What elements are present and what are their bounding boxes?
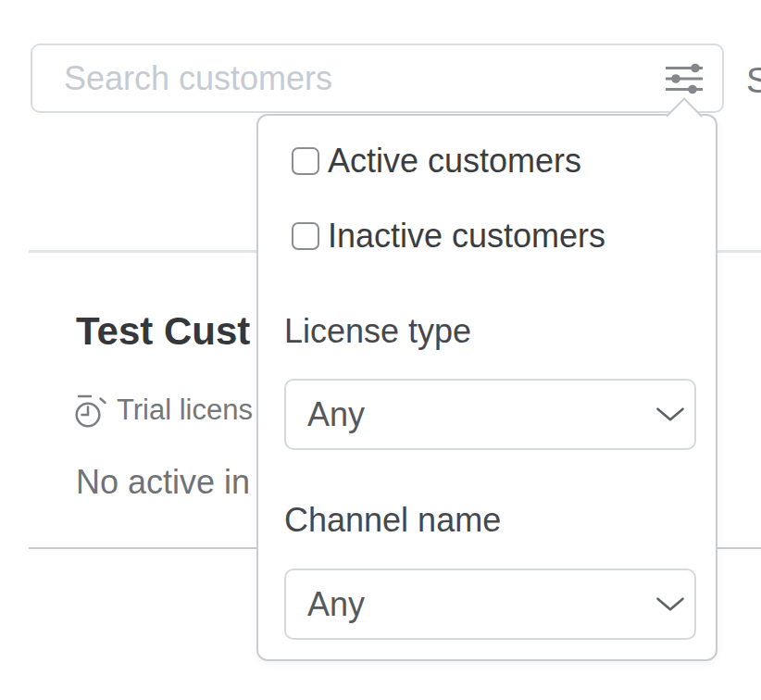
trial-license-badge: Trial licens [73,393,253,428]
customer-name-heading: Test Cust [76,309,250,354]
channel-name-select[interactable]: Any [284,569,696,640]
license-type-select[interactable]: Any [284,379,696,450]
chevron-down-icon [655,406,685,422]
active-customers-label: Active customers [328,142,581,181]
inactive-customers-checkbox[interactable] [292,222,319,250]
active-customers-row[interactable]: Active customers [292,144,581,178]
chevron-down-icon [655,596,685,612]
inactive-customers-row[interactable]: Inactive customers [292,219,605,253]
stopwatch-icon [73,393,110,428]
license-type-value: Any [307,395,365,434]
inactive-customers-label: Inactive customers [328,217,605,256]
filter-button[interactable] [661,57,707,100]
filter-popover: Active customers Inactive customers Lice… [256,114,717,661]
channel-name-value: Any [307,585,365,624]
search-box [31,44,724,113]
license-type-label: License type [284,312,471,351]
clipped-right-label: S [746,61,761,101]
customer-status-text: No active in [76,463,250,502]
trial-license-text: Trial licens [117,394,253,427]
sliders-icon [665,63,704,94]
active-customers-checkbox[interactable] [292,147,319,175]
channel-name-label: Channel name [284,501,501,540]
customers-page: S Test Cust Trial licens No active in Ac… [0,0,761,700]
search-input[interactable] [32,45,722,111]
